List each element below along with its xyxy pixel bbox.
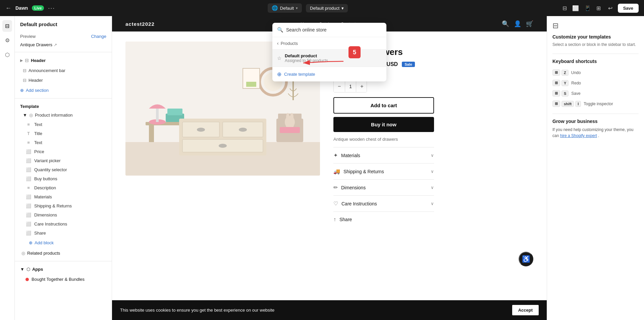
preview-wrapper: actest2022 Home Catalog Contact 🔍 👤 🛒: [112, 16, 547, 320]
dropdown-star-icon: ☆: [277, 55, 281, 61]
block-care-instructions[interactable]: ⬜ Care Instructions: [20, 219, 106, 229]
top-bar-center: 🌐 Default ▾ Default product ▾: [268, 3, 348, 13]
buy-now-button[interactable]: Buy it now: [333, 117, 434, 132]
key-win-4: ⊞: [552, 101, 560, 107]
divider: [15, 52, 112, 52]
mobile-view-button[interactable]: 📱: [582, 4, 593, 13]
template-selector[interactable]: 🌐 Default ▾: [268, 3, 302, 13]
accordion-dimensions[interactable]: ✏ Dimensions ∨: [333, 179, 434, 195]
materials-icon: ✦: [333, 152, 338, 158]
related-icon: ◎: [21, 251, 25, 256]
share-row[interactable]: ↑ Share: [333, 211, 434, 227]
add-to-cart-button[interactable]: Add to cart: [333, 97, 434, 114]
block-shipping[interactable]: ⬜ Shipping & Returns: [20, 201, 106, 210]
accordion-care[interactable]: ♡ Care Instructions ∨: [333, 195, 434, 211]
quantity-increase-button[interactable]: +: [356, 81, 367, 92]
back-button[interactable]: ←: [5, 5, 11, 12]
block-variant-picker[interactable]: ⬜ Variant picker: [20, 156, 106, 165]
block-quantity-selector[interactable]: ⬜ Quantity selector: [20, 165, 106, 174]
undo-button[interactable]: ↩: [606, 4, 614, 13]
product-selector[interactable]: Default product ▾: [306, 4, 348, 12]
block-share[interactable]: ⬜ Share: [20, 229, 106, 238]
block-variant-icon: ⬜: [25, 158, 32, 163]
block-text-1[interactable]: ≡ Text: [20, 120, 106, 129]
materials-chevron: ∨: [431, 153, 434, 158]
block-materials[interactable]: ⬜ Materials: [20, 192, 106, 201]
dimensions-label: Dimensions: [341, 185, 366, 190]
block-dimensions[interactable]: ⬜ Dimensions: [20, 210, 106, 219]
grow-desc-end: .: [598, 133, 599, 138]
search-icon[interactable]: 🔍: [502, 20, 509, 27]
preview-row: Preview Change: [15, 31, 112, 42]
block-title-icon: T: [25, 131, 32, 136]
header-section-toggle[interactable]: ▶ ⊟ Header: [20, 55, 106, 66]
block-title[interactable]: T Title: [20, 129, 106, 138]
block-buy-buttons[interactable]: ⬜ Buy buttons: [20, 174, 106, 183]
add-section-button[interactable]: ⊕ Add section: [20, 85, 49, 95]
header-item[interactable]: ⊟ Header: [20, 75, 106, 85]
quantity-control: − 1 +: [333, 80, 367, 92]
quantity-decrease-button[interactable]: −: [334, 81, 345, 92]
accordion-shipping[interactable]: 🚚 Shipping & Returns ∨: [333, 163, 434, 179]
fullscreen-button[interactable]: ⊞: [594, 4, 603, 13]
save-button[interactable]: Save: [618, 4, 639, 13]
block-text-2[interactable]: ≡ Text: [20, 138, 106, 147]
care-label: Care Instructions: [341, 201, 377, 206]
more-button[interactable]: ···: [48, 5, 55, 12]
store-logo: actest2022: [125, 21, 155, 27]
header-section: ▶ ⊟ Header ⊟ Announcement bar ⊟ Header ⊕…: [15, 54, 112, 97]
shortcut-save-keys: ⊞ S: [552, 90, 569, 97]
key-win-2: ⊞: [552, 80, 560, 86]
left-sidebar: Default product Preview Change Antique D…: [15, 16, 112, 320]
shortcut-inspector-keys: ⊞ shift I: [552, 101, 581, 107]
apps-chevron: ▼: [20, 267, 24, 272]
shortcut-undo-label: Undo: [571, 70, 581, 75]
block-price-icon: ⬜: [25, 149, 32, 154]
dropdown-default-product[interactable]: ☆ Default product Assigned to 59 product…: [272, 50, 386, 67]
block-description[interactable]: ≡ Description: [20, 183, 106, 192]
svg-point-16: [219, 144, 227, 148]
account-icon[interactable]: 👤: [514, 20, 521, 27]
sections-icon-button[interactable]: ⊟: [2, 20, 12, 32]
tablet-view-button[interactable]: ⬜: [570, 4, 581, 13]
announcement-icon: ⊟: [23, 68, 26, 73]
change-link[interactable]: Change: [91, 34, 106, 39]
product-information-label: Product information: [35, 113, 73, 118]
related-products-item[interactable]: ◎ Related products: [20, 248, 106, 258]
product-label: Default product: [310, 6, 339, 11]
header-section-icon: ⊟: [25, 58, 29, 63]
shortcut-save-label: Save: [571, 91, 580, 96]
shipping-label: Shipping & Returns: [343, 169, 384, 174]
accessibility-button[interactable]: ♿: [519, 252, 533, 266]
add-block-button[interactable]: ⊕ Add block: [20, 238, 54, 248]
back-nav-label: Products: [281, 41, 298, 46]
materials-label: Materials: [341, 153, 360, 158]
block-price[interactable]: ⬜ Price: [20, 147, 106, 156]
accordion-dimensions-label-row: ✏ Dimensions: [333, 184, 366, 191]
hire-expert-link[interactable]: hire a Shopify expert: [560, 133, 597, 138]
create-template-button[interactable]: ⊕ Create template: [272, 67, 386, 81]
top-bar-left: ← Dawn Live ···: [5, 5, 55, 12]
apps-toggle[interactable]: ▼ ⬡ Apps: [20, 264, 106, 274]
dropdown-item-text: Default product Assigned to 59 products: [285, 53, 382, 63]
back-nav[interactable]: ‹ Products: [272, 37, 386, 50]
announcement-bar-item[interactable]: ⊟ Announcement bar: [20, 66, 106, 75]
accept-cookie-button[interactable]: Accept: [512, 305, 539, 315]
svg-point-14: [197, 128, 205, 132]
globe-icon: 🌐: [272, 5, 278, 11]
accordion-materials[interactable]: ✦ Materials ∨: [333, 147, 434, 163]
dropdown-item-title: Default product: [285, 53, 382, 58]
apps-bought-together[interactable]: Bought Together & Bundles: [20, 274, 106, 284]
apps-icon-button[interactable]: ⬡: [2, 49, 12, 61]
settings-icon-button[interactable]: ⚙: [2, 35, 12, 46]
right-sidebar-icon: ⊟: [552, 21, 639, 30]
search-input[interactable]: [286, 27, 382, 33]
product-description: Antique wooden chest of drawers: [333, 137, 434, 142]
accordion-materials-label-row: ✦ Materials: [333, 152, 360, 158]
add-section-plus-icon: ⊕: [20, 88, 24, 93]
cart-icon[interactable]: 🛒: [526, 20, 533, 27]
desktop-view-button[interactable]: ⊟: [560, 4, 569, 13]
main-layout: ⊟ ⚙ ⬡ Default product Preview Change Ant…: [0, 16, 644, 320]
product-information-toggle[interactable]: ▼ ◎ Product information: [20, 110, 106, 120]
create-template-label: Create template: [284, 72, 315, 77]
